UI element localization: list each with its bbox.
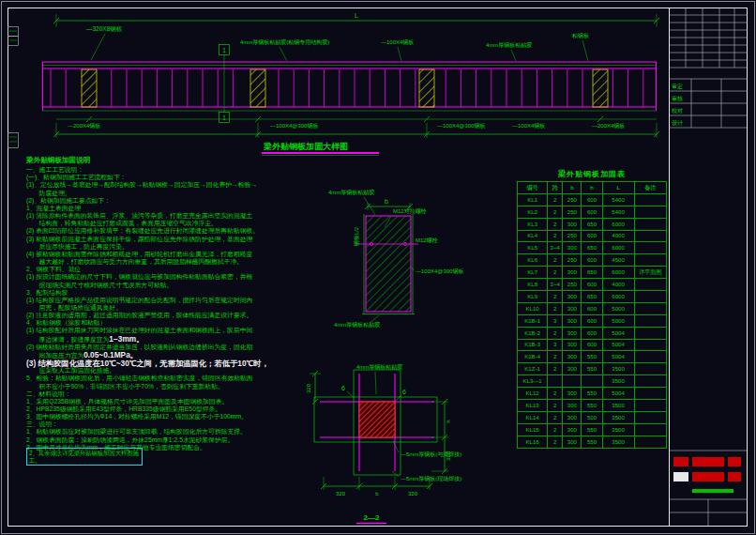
table-cell: 600 xyxy=(582,279,602,291)
plate-length-label: 钢板L/2 xyxy=(353,226,359,247)
note-line: (2) 表面凹陷部位应用修补胶填平；有裂缝处应先进行封闭灌缝处理后再粘贴钢板。 xyxy=(26,227,308,235)
column-hatch xyxy=(250,69,265,107)
table-title: 梁外贴钢板加固表 xyxy=(517,169,667,179)
reinforcement-grid: 编号跨bhL备注KL122506005400KL222506005400KL32… xyxy=(517,181,667,449)
table-cell: 650 xyxy=(582,267,602,279)
table-cell: KL6 xyxy=(518,254,548,267)
table-cell: 2 xyxy=(548,327,563,339)
table-row: K1Z-123005503500 xyxy=(518,363,667,375)
column-hatch xyxy=(419,69,434,107)
plate-weld-label-2: —5mm厚钢板(现场焊接) xyxy=(401,475,461,482)
section-marker-1: 1 xyxy=(222,115,226,121)
table-cell xyxy=(634,339,666,351)
note-line: 据现场实测尺寸核对钢板尺寸无误后方可粘贴。 xyxy=(26,282,308,289)
table-cell: KL10 xyxy=(518,302,548,314)
table-cell xyxy=(634,254,666,267)
table-cell: 550 xyxy=(582,363,602,375)
table-cell: 2 xyxy=(548,302,563,314)
table-cell: 3500 xyxy=(602,400,634,412)
table-row: KL723006506000详平面图 xyxy=(518,267,667,279)
table-cell: 2 xyxy=(548,206,563,218)
table-cell: KL9 xyxy=(518,291,548,303)
table-cell xyxy=(634,314,666,327)
table-cell: 详平面图 xyxy=(634,267,666,279)
table-header-cell: b xyxy=(563,182,582,194)
table-row: KL323006506000 xyxy=(518,218,667,230)
stamp-block xyxy=(673,472,688,482)
table-cell xyxy=(563,375,582,388)
highlighted-note-box[interactable]: 2、其余做法详见梁外贴钢板加固大样图施工。 xyxy=(26,448,143,466)
beam-elevation: L —320X8钢板 1 1 4mm厚钢板粘贴胶(粘钢专用结构胶) —100X4… xyxy=(42,12,659,156)
table-cell xyxy=(634,193,666,206)
table-cell: 600 xyxy=(582,302,602,314)
glue-label: 4mm厚钢板粘贴胶 xyxy=(486,41,532,49)
table-cell xyxy=(634,400,666,412)
table-cell: 5400 xyxy=(602,206,634,218)
table-cell: 2 xyxy=(548,267,563,279)
table-cell: K1Z-1 xyxy=(518,363,548,375)
note-line: (3) 结构胶固化温度在10℃~30℃之间，无需加温固化；若低于10℃时， xyxy=(26,359,308,367)
plate-label: —100X4钢板 xyxy=(381,38,414,45)
beam-section-hatch xyxy=(366,216,411,312)
table-cell xyxy=(634,218,666,230)
margin-tick-box xyxy=(8,27,19,37)
note-line: 2、HPB235级钢筋采用E43型焊条，HRB335级钢筋采用E50型焊条。 xyxy=(26,405,308,413)
bottom-plate-label: —100X4@300钢板 xyxy=(437,122,485,129)
table-cell: 3500 xyxy=(602,423,634,436)
table-row: KL1323005503500 xyxy=(518,400,667,412)
table-cell xyxy=(634,375,666,388)
dim-320: 320 xyxy=(446,451,451,461)
table-cell xyxy=(634,351,666,363)
table-cell: KL15 xyxy=(518,423,548,436)
note-line: 后应尽快施工，防止再度污染。 xyxy=(26,243,308,251)
table-header-cell: L xyxy=(602,182,634,194)
title-block-labels: 审定审核校对设计 xyxy=(671,83,683,126)
table-cell: 300 xyxy=(563,388,582,400)
table-cell: 3500 xyxy=(602,375,634,388)
title-block-label: 审核 xyxy=(672,95,683,101)
table-cell: 5004 xyxy=(602,351,634,363)
table-cell: KL12 xyxy=(518,388,548,400)
note-line: 1、粘贴钢板前应对被加固梁进行可靠支顶卸载，结构胶固化后方可拆除支撑。 xyxy=(26,428,308,436)
table-cell: K1B-3 xyxy=(518,339,548,351)
table-cell: 250 xyxy=(563,193,582,206)
table-cell: 650 xyxy=(582,291,602,303)
table-row: KL923006506000 xyxy=(518,291,667,303)
table-cell: KL3—1 xyxy=(518,375,548,388)
table-cell: 2 xyxy=(548,351,563,363)
table-cell: KL4 xyxy=(518,230,548,242)
glue-label-bottom: 4mm厚钢板粘贴胶 xyxy=(334,321,380,329)
dim-label-b: b xyxy=(385,198,388,205)
table-cell: 600 xyxy=(582,254,602,267)
bottom-plate-label: —200X4钢板 xyxy=(68,122,100,129)
table-cell: 5004 xyxy=(602,388,634,400)
table-cell: 2 xyxy=(548,291,563,303)
table-cell: 3500 xyxy=(602,411,634,423)
table-row: KL83~42506004000 xyxy=(518,279,667,291)
reinforcement-table: 梁外贴钢板加固表 编号跨bhL备注KL122506005400KL2225060… xyxy=(517,169,667,449)
table-cell: 300 xyxy=(563,267,582,279)
note-line: (1) 按设计图纸确定的尺寸下料，钢板就位应与被加固构件粘贴面贴合紧密，并根 xyxy=(26,273,308,281)
table-cell: K1B-2 xyxy=(518,327,548,339)
table-cell: 5004 xyxy=(602,339,634,351)
table-row: K1B-223006005004 xyxy=(518,327,667,339)
title-block-label: 校对 xyxy=(671,108,683,114)
table-cell: 4000 xyxy=(602,279,634,291)
table-cell: 3500 xyxy=(602,363,634,375)
glue-label: 4mm厚钢板粘贴胶(粘钢专用结构胶) xyxy=(240,38,329,46)
elevation-title: 梁外贴钢板加固大样图 xyxy=(263,142,348,151)
table-cell: KL8 xyxy=(518,279,548,291)
table-cell: 550 xyxy=(582,423,602,436)
stamp-block xyxy=(728,457,741,466)
table-cell: 3~4 xyxy=(548,279,563,291)
table-cell xyxy=(634,279,666,291)
column-hatch xyxy=(593,69,608,107)
table-cell: 600 xyxy=(582,314,602,327)
table-cell: 300 xyxy=(563,339,582,351)
table-row: K1B-133006005000 xyxy=(518,314,667,327)
note-line: 1、采用Q235B钢板，具体规格尺寸详见加固平面图及本图钢板加固表。 xyxy=(26,398,308,405)
table-cell: 3 xyxy=(548,339,563,351)
weld-mark: 6 xyxy=(341,385,345,391)
dim-320: 320 xyxy=(336,491,346,497)
note-line: (3) 粘贴钢板前混凝土表面应保持干燥，露筋部位应先作除锈防护处理，基面处理 xyxy=(26,236,308,243)
